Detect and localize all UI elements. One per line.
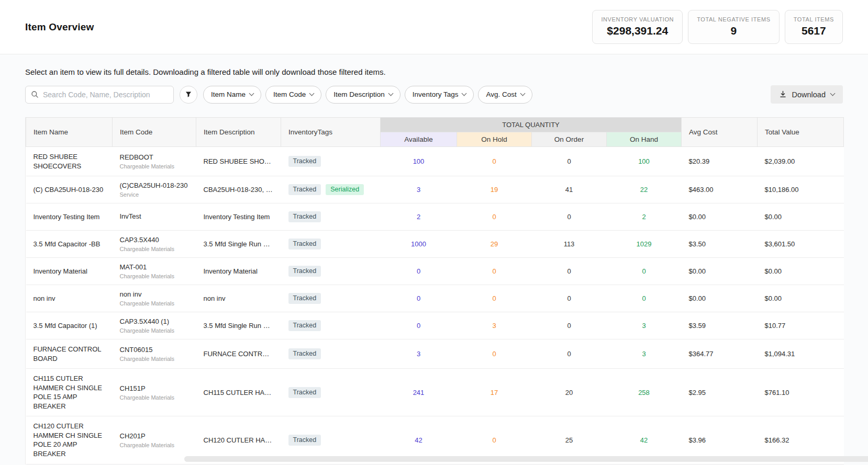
column-group-total-quantity: TOTAL QUANTITY (381, 118, 682, 132)
on-order-cell: 113 (532, 231, 607, 258)
filter-button[interactable] (180, 86, 197, 104)
tag-badge-tracked: Tracked (288, 156, 321, 167)
table-row[interactable]: 3.5 Mfd Capacitor -BBCAP3.5X440Chargeabl… (26, 231, 844, 258)
table-row[interactable]: (C) CBA25UH-018-230(C)CBA25UH-018-230Ser… (26, 176, 844, 203)
download-button[interactable]: Download (771, 85, 843, 104)
available-cell: 1000 (381, 231, 457, 258)
item-name-cell: CH115 CUTLER HAMMER CH SINGLE POLE 15 AM… (26, 369, 113, 416)
table-row[interactable]: FURNACE CONTROL BOARDCNT06015Chargeable … (26, 339, 844, 369)
item-code-cell: CH151PChargeable Materials (113, 369, 196, 416)
inventory-tags-cell: Tracked (281, 147, 381, 176)
total-value-cell: $2,039.00 (758, 147, 844, 176)
item-description: non inv (196, 285, 281, 312)
stat-label: INVENTORY VALUATION (601, 16, 674, 22)
tag-badge-tracked: Tracked (288, 184, 321, 195)
item-code-cell: CAP3.5X440Chargeable Materials (113, 231, 196, 258)
filter-pill-avg-cost[interactable]: Avg. Cost (478, 86, 532, 104)
on-hand-cell: 0 (607, 285, 682, 312)
available-cell: 2 (381, 203, 457, 231)
item-code-type: Chargeable Materials (120, 273, 189, 279)
on-order-cell: 0 (532, 147, 607, 176)
available-cell: 100 (381, 147, 457, 176)
stat-card-total-items: TOTAL ITEMS 5617 (785, 10, 843, 44)
on-hold-cell: 17 (457, 369, 532, 416)
item-code: MAT-001 (120, 263, 189, 272)
inventory-tags-cell: Tracked (281, 203, 381, 231)
column-header-item-code: Item Code (113, 118, 196, 147)
table-row[interactable]: RED SHUBEE SHOECOVERSREDBOOTChargeable M… (26, 147, 844, 176)
item-code-type: Service (120, 191, 189, 198)
item-description: RED SHUBEE SHOECO... (196, 147, 281, 176)
item-code-cell: CAP3.5X440 (1)Chargeable Materials (113, 312, 196, 339)
top-bar: Item Overview INVENTORY VALUATION $298,3… (0, 0, 868, 54)
on-order-cell: 0 (532, 203, 607, 231)
column-header-inventory-tags: InventoryTags (281, 118, 381, 147)
on-hand-cell: 1029 (607, 231, 682, 258)
item-description: CH115 CUTLER HAMM... (196, 369, 281, 416)
on-hold-cell: 0 (457, 339, 532, 369)
total-value-cell: $0.00 (758, 203, 844, 231)
column-header-on-hold: On Hold (457, 132, 532, 147)
total-value-cell: $3,601.50 (758, 231, 844, 258)
item-code-type: Chargeable Materials (120, 394, 189, 401)
table-row[interactable]: CH115 CUTLER HAMMER CH SINGLE POLE 15 AM… (26, 369, 844, 416)
tag-badge-tracked: Tracked (288, 435, 321, 446)
on-hand-cell: 0 (607, 258, 682, 285)
item-code-cell: CH201PChargeable Materials (113, 416, 196, 464)
filter-pill-item-description[interactable]: Item Description (326, 86, 400, 104)
on-hold-cell: 0 (457, 285, 532, 312)
filter-pill-inventory-tags[interactable]: Inventory Tags (405, 86, 474, 104)
on-hold-cell: 0 (457, 147, 532, 176)
item-code-cell: REDBOOTChargeable Materials (113, 147, 196, 176)
horizontal-scrollbar-thumb[interactable] (184, 456, 868, 462)
item-code-cell: CNT06015Chargeable Materials (113, 339, 196, 369)
available-cell: 0 (381, 285, 457, 312)
avg-cost-cell: $2.95 (682, 369, 758, 416)
item-code-cell: MAT-001Chargeable Materials (113, 258, 196, 285)
items-table: Item Name Item Code Item Description Inv… (26, 117, 844, 464)
search-input[interactable] (43, 90, 168, 99)
filter-pills: Item NameItem CodeItem DescriptionInvent… (203, 86, 532, 104)
on-hand-cell: 258 (607, 369, 682, 416)
filter-pill-item-name[interactable]: Item Name (203, 86, 261, 104)
item-code-type: Chargeable Materials (120, 356, 189, 362)
tag-badge-tracked: Tracked (288, 320, 321, 331)
item-code: CAP3.5X440 (1) (120, 317, 189, 326)
on-order-cell: 0 (532, 285, 607, 312)
on-hand-cell: 22 (607, 176, 682, 203)
table-row[interactable]: Inventory Testing ItemInvTestInventory T… (26, 203, 844, 231)
tag-badge-tracked: Tracked (288, 293, 321, 304)
table-row[interactable]: non invnon invChargeable Materialsnon in… (26, 285, 844, 312)
table-row[interactable]: 3.5 Mfd Capacitor (1)CAP3.5X440 (1)Charg… (26, 312, 844, 339)
stat-label: TOTAL ITEMS (794, 16, 834, 22)
item-code-type: Chargeable Materials (120, 442, 189, 448)
filter-pill-label: Inventory Tags (413, 90, 459, 98)
table-row[interactable]: Inventory MaterialMAT-001Chargeable Mate… (26, 258, 844, 285)
search-icon (31, 90, 39, 98)
item-code: CH151P (120, 384, 189, 393)
stat-value: 5617 (794, 25, 834, 37)
item-name-cell: CH120 CUTLER HAMMER CH SINGLE POLE 20 AM… (26, 416, 113, 464)
total-value-cell: $1,094.31 (758, 339, 844, 369)
stats-cards: INVENTORY VALUATION $298,391.24 TOTAL NE… (592, 10, 843, 44)
total-value-cell: $10.77 (758, 312, 844, 339)
filter-pill-label: Avg. Cost (486, 90, 516, 98)
avg-cost-cell: $463.00 (682, 176, 758, 203)
filter-pill-item-code[interactable]: Item Code (265, 86, 321, 104)
on-hold-cell: 0 (457, 203, 532, 231)
on-hold-cell: 29 (457, 231, 532, 258)
table-description: Select an item to view its full details.… (25, 67, 843, 76)
avg-cost-cell: $0.00 (682, 203, 758, 231)
item-description: Inventory Material (196, 258, 281, 285)
table-body: RED SHUBEE SHOECOVERSREDBOOTChargeable M… (26, 147, 844, 464)
item-description: FURNACE CONTROL B... (196, 339, 281, 369)
item-code: (C)CBA25UH-018-230 (120, 182, 189, 190)
inventory-tags-cell: Tracked (281, 258, 381, 285)
item-name: RED SHUBEE SHOECOVERS (34, 152, 105, 171)
item-name-cell: non inv (26, 285, 113, 312)
funnel-icon (185, 91, 192, 98)
tag-badge-tracked: Tracked (288, 266, 321, 277)
stat-card-inventory-valuation: INVENTORY VALUATION $298,391.24 (592, 10, 683, 44)
item-name: (C) CBA25UH-018-230 (34, 185, 105, 195)
on-hold-cell: 0 (457, 258, 532, 285)
